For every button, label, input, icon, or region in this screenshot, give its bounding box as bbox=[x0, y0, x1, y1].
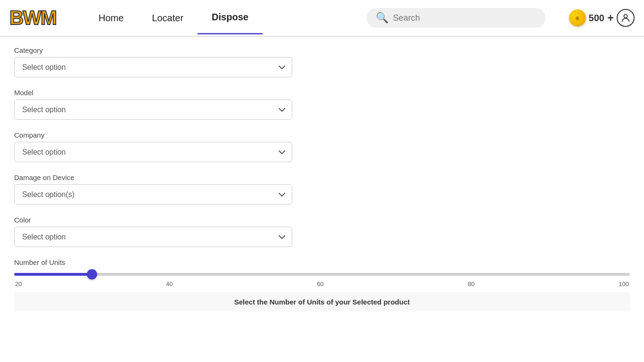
tick-100: 100 bbox=[619, 280, 629, 288]
nav-locater[interactable]: Locater bbox=[138, 2, 198, 34]
units-hint: Select the Number of Units of your Selec… bbox=[14, 292, 630, 312]
units-label: Number of Units bbox=[14, 258, 630, 266]
search-bar: 🔍 bbox=[366, 8, 545, 28]
company-field: Company Select option bbox=[14, 131, 630, 162]
tick-20: 20 bbox=[15, 280, 22, 288]
units-field: Number of Units 20 40 60 80 100 Select t… bbox=[14, 258, 630, 312]
color-field: Color Select option bbox=[14, 216, 630, 247]
logo: BWM bbox=[9, 8, 56, 28]
add-coins-button[interactable]: + bbox=[607, 11, 614, 25]
damage-field: Damage on Device Select option(s) bbox=[14, 173, 630, 205]
model-select[interactable]: Select option bbox=[14, 99, 292, 120]
nav-dispose[interactable]: Dispose bbox=[198, 1, 263, 34]
model-field: Model Select option bbox=[14, 89, 630, 120]
color-label: Color bbox=[14, 216, 630, 224]
damage-select[interactable]: Select option(s) bbox=[14, 184, 292, 205]
form-section: Category Select option Model Select opti… bbox=[0, 37, 644, 362]
svg-point-0 bbox=[624, 15, 627, 18]
color-select[interactable]: Select option bbox=[14, 227, 292, 247]
model-label: Model bbox=[14, 89, 630, 97]
units-slider-wrapper: 20 40 60 80 100 bbox=[14, 269, 630, 288]
search-input[interactable] bbox=[393, 13, 536, 23]
category-field: Category Select option bbox=[14, 46, 630, 77]
company-label: Company bbox=[14, 131, 630, 139]
user-avatar[interactable] bbox=[617, 9, 635, 27]
tick-60: 60 bbox=[317, 280, 323, 288]
coin-amount: 500 bbox=[589, 13, 604, 24]
search-icon: 🔍 bbox=[376, 12, 388, 24]
main-nav: Home Locater Dispose bbox=[84, 1, 263, 34]
tick-40: 40 bbox=[166, 280, 173, 288]
tick-80: 80 bbox=[468, 280, 474, 288]
company-select[interactable]: Select option bbox=[14, 142, 292, 162]
nav-home[interactable]: Home bbox=[84, 2, 138, 34]
category-select[interactable]: Select option bbox=[14, 57, 292, 77]
units-slider[interactable] bbox=[14, 273, 630, 276]
damage-label: Damage on Device bbox=[14, 173, 630, 181]
coin-icon: ● bbox=[569, 9, 586, 26]
coin-area: ● 500 + bbox=[569, 9, 635, 27]
category-label: Category bbox=[14, 46, 630, 54]
